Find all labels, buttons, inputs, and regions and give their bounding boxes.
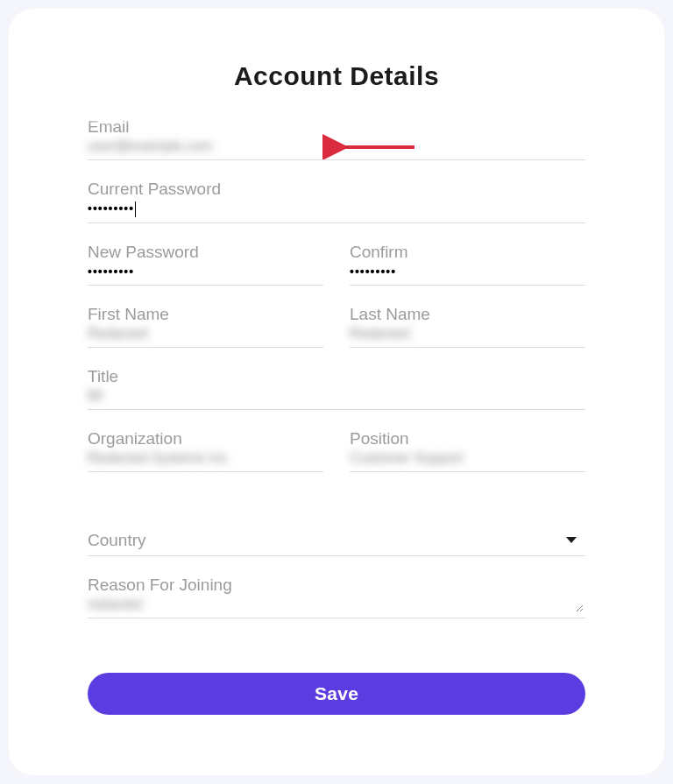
position-value: Customer Support	[350, 450, 464, 465]
title-value: Mr	[88, 388, 104, 403]
svg-line-2	[580, 609, 583, 611]
organization-value: Redacted Systems Inc	[88, 450, 228, 465]
position-field-wrapper: Position Customer Support	[350, 429, 585, 472]
last-name-field-wrapper: Last Name Redacted	[350, 305, 585, 348]
new-password-label: New Password	[88, 243, 323, 262]
current-password-label: Current Password	[88, 180, 585, 199]
reason-value: redacted	[88, 597, 142, 611]
country-label: Country	[88, 531, 146, 550]
reason-label: Reason For Joining	[88, 576, 585, 595]
last-name-label: Last Name	[350, 305, 585, 324]
account-details-card: Account Details Email user@example.com C…	[9, 9, 664, 775]
first-name-label: First Name	[88, 305, 323, 324]
confirm-input[interactable]: •••••••••	[350, 264, 585, 286]
first-name-value: Redacted	[88, 326, 148, 341]
confirm-label: Confirm	[350, 243, 585, 262]
country-field-wrapper: Country	[88, 531, 585, 556]
svg-line-1	[577, 605, 583, 611]
password-row: New Password ••••••••• Confirm •••••••••	[88, 243, 585, 286]
organization-input[interactable]: Redacted Systems Inc	[88, 450, 323, 472]
title-input[interactable]: Mr	[88, 388, 585, 410]
country-select[interactable]: Country	[88, 531, 585, 556]
name-row: First Name Redacted Last Name Redacted	[88, 305, 585, 348]
first-name-input[interactable]: Redacted	[88, 326, 323, 348]
current-password-field-wrapper: Current Password •••••••••	[88, 180, 585, 223]
save-button[interactable]: Save	[88, 673, 585, 715]
org-row: Organization Redacted Systems Inc Positi…	[88, 429, 585, 472]
last-name-value: Redacted	[350, 326, 410, 341]
page-title: Account Details	[88, 61, 585, 91]
last-name-input[interactable]: Redacted	[350, 326, 585, 348]
title-label: Title	[88, 367, 585, 386]
position-label: Position	[350, 429, 585, 449]
reason-textarea[interactable]: redacted	[88, 597, 585, 618]
confirm-value: •••••••••	[350, 265, 396, 279]
email-value: user@example.com	[88, 138, 213, 153]
current-password-input[interactable]: •••••••••	[88, 201, 585, 223]
organization-field-wrapper: Organization Redacted Systems Inc	[88, 429, 323, 472]
new-password-field-wrapper: New Password •••••••••	[88, 243, 323, 286]
text-cursor	[135, 201, 136, 217]
first-name-field-wrapper: First Name Redacted	[88, 305, 323, 348]
new-password-input[interactable]: •••••••••	[88, 264, 323, 286]
email-field-wrapper: Email user@example.com	[88, 117, 585, 160]
new-password-value: •••••••••	[88, 265, 134, 279]
email-input[interactable]: user@example.com	[88, 138, 585, 160]
account-form: Email user@example.com Current Password …	[88, 117, 585, 715]
current-password-value: •••••••••	[88, 201, 134, 215]
chevron-down-icon	[566, 537, 577, 543]
organization-label: Organization	[88, 429, 323, 449]
resize-handle-icon[interactable]	[575, 604, 584, 612]
title-field-wrapper: Title Mr	[88, 367, 585, 410]
position-input[interactable]: Customer Support	[350, 450, 585, 472]
reason-field-wrapper: Reason For Joining redacted	[88, 576, 585, 618]
confirm-field-wrapper: Confirm •••••••••	[350, 243, 585, 286]
